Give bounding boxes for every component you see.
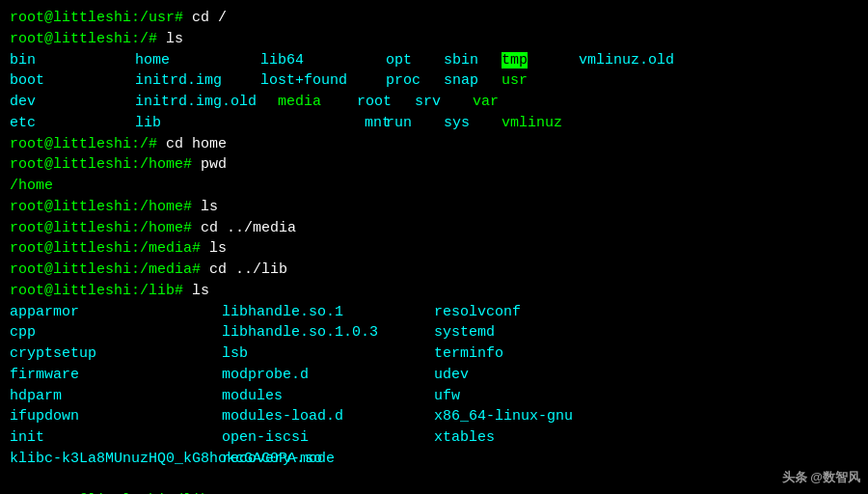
prompt: root@littleshi:/#	[10, 31, 166, 47]
ls-item: vmlinuz.old	[579, 50, 674, 71]
ls-item: libhandle.so.1	[222, 302, 434, 323]
ls-item: init	[10, 427, 222, 449]
ls-item: systemd	[434, 322, 495, 343]
ls-lib-row3: cryptsetup lsb terminfo	[10, 343, 829, 365]
ls-item: srv	[415, 92, 473, 113]
ls-item: resolvconf	[434, 302, 521, 323]
ls-item: lsb	[222, 343, 434, 365]
line-pwd: root@littleshi:/home# pwd	[10, 154, 829, 176]
line-ls-lib: root@littleshi:/lib# ls	[10, 281, 829, 302]
ls-item: modules	[222, 386, 434, 407]
ls-item: lib64	[260, 50, 386, 71]
ls-item: mnt	[260, 113, 386, 134]
ls-item: cryptsetup	[10, 343, 222, 365]
ls-item: terminfo	[434, 343, 503, 365]
ls-item: var	[473, 92, 550, 113]
ls-item: vmlinuz	[502, 113, 579, 134]
line-cd-media: root@littleshi:/home# cd ../media	[10, 218, 829, 239]
ls-item: apparmor	[10, 302, 222, 323]
ls-lib-row1: apparmor libhandle.so.1 resolvconf	[10, 302, 829, 323]
ls-lib-row5: hdparm modules ufw	[10, 386, 829, 407]
ls-item: snap	[444, 70, 502, 92]
ls-item: lost+found	[260, 70, 386, 92]
ls-item: dev	[10, 92, 135, 113]
line-cd-home: root@littleshi:/# cd home	[10, 134, 829, 155]
ls-item: libhandle.so.1.0.3	[222, 322, 434, 343]
ls-item: root	[357, 92, 415, 113]
ls-item: ufw	[434, 386, 460, 407]
ls-root-row1: bin home lib64 opt sbin tmp vmlinuz.old	[10, 50, 829, 71]
ls-item: hdparm	[10, 386, 222, 407]
ls-item: x86_64-linux-gnu	[434, 406, 573, 427]
ls-item: modules-load.d	[222, 406, 434, 427]
ls-item: media	[260, 92, 357, 113]
ls-item: sys	[444, 113, 502, 134]
ls-item: run	[386, 113, 444, 134]
ls-item: sbin	[444, 50, 502, 71]
terminal: root@littleshi:/usr# cd / root@littleshi…	[0, 0, 839, 494]
ls-root-row4: etc lib mnt run sys vmlinuz	[10, 113, 829, 134]
ls-lib-row6: ifupdown modules-load.d x86_64-linux-gnu	[10, 406, 829, 427]
ls-lib-row7: init open-iscsi xtables	[10, 427, 829, 449]
ls-item: bin	[10, 50, 135, 71]
ls-item: tmp	[502, 50, 579, 71]
ls-item: ifupdown	[10, 406, 222, 427]
ls-item: boot	[10, 70, 135, 92]
ls-item: firmware	[10, 365, 222, 386]
ls-item-tmp: tmp	[502, 52, 528, 69]
ls-item: usr	[502, 70, 579, 92]
line-final-prompt: root@littleshi:/lib#	[10, 470, 829, 495]
ls-lib-row4: firmware modprobe.d udev	[10, 365, 829, 386]
line-pwd-output: /home	[10, 176, 829, 197]
ls-item: initrd.img	[135, 70, 260, 92]
ls-item: opt	[386, 50, 444, 71]
ls-item: lib	[135, 113, 260, 134]
line-cd-lib: root@littleshi:/media# cd ../lib	[10, 260, 829, 281]
ls-item: recovery-mode	[222, 449, 434, 470]
ls-item: etc	[10, 113, 135, 134]
ls-root-row2: boot initrd.img lost+found proc snap usr	[10, 70, 829, 92]
prompt: root@littleshi:/usr#	[10, 10, 192, 26]
ls-lib-row8: klibc-k3La8MUnuzHQ0_kG8hokcGAC0PA.so rec…	[10, 449, 829, 470]
ls-item: open-iscsi	[222, 427, 434, 449]
line-1: root@littleshi:/usr# cd /	[10, 8, 829, 29]
ls-item: home	[135, 50, 260, 71]
ls-item: proc	[386, 70, 444, 92]
ls-item: cpp	[10, 322, 222, 343]
line-ls-media: root@littleshi:/media# ls	[10, 238, 829, 260]
ls-item: modprobe.d	[222, 365, 434, 386]
ls-lib-row2: cpp libhandle.so.1.0.3 systemd	[10, 322, 829, 343]
line-ls-home: root@littleshi:/home# ls	[10, 197, 829, 218]
ls-root-row3: dev initrd.img.old media root srv var	[10, 92, 829, 113]
ls-item: klibc-k3La8MUnuzHQ0_kG8hokcGAC0PA.so	[10, 449, 222, 470]
ls-item: udev	[434, 365, 469, 386]
line-2: root@littleshi:/# ls	[10, 29, 829, 50]
ls-item: xtables	[434, 427, 495, 449]
ls-item: initrd.img.old	[135, 92, 260, 113]
